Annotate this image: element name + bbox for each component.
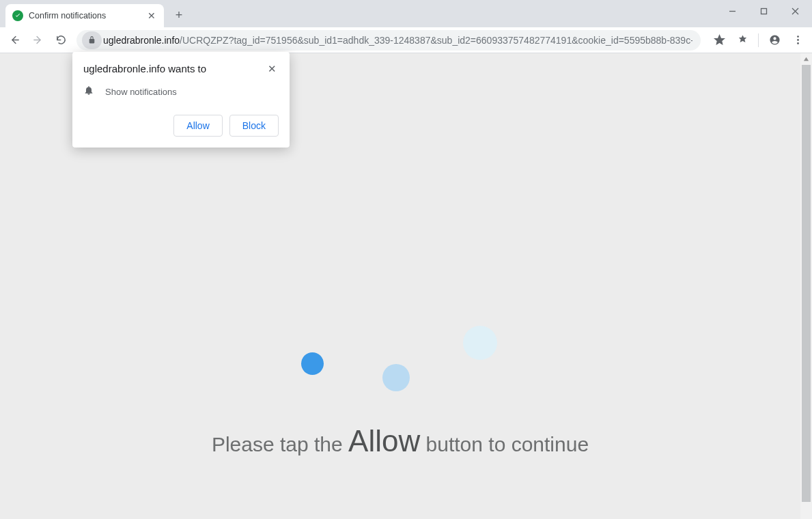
loading-dot — [463, 326, 497, 360]
close-icon[interactable]: ✕ — [266, 63, 279, 75]
block-button[interactable]: Block — [229, 115, 279, 137]
close-icon[interactable]: ✕ — [146, 10, 157, 21]
toolbar: ugledrabronle.info/UCRQZPZ?tag_id=751956… — [0, 27, 812, 53]
address-bar[interactable]: ugledrabronle.info/UCRQZPZ?tag_id=751956… — [76, 30, 701, 51]
permission-request-text: Show notifications — [105, 87, 177, 97]
svg-point-9 — [797, 42, 799, 44]
maximize-button[interactable] — [748, 0, 779, 22]
svg-rect-1 — [761, 8, 766, 14]
svg-point-8 — [797, 39, 799, 41]
menu-icon[interactable] — [787, 30, 808, 51]
loading-dot — [382, 364, 410, 391]
new-tab-button[interactable]: + — [169, 5, 188, 25]
scroll-thumb[interactable] — [802, 65, 811, 502]
svg-marker-10 — [804, 57, 809, 61]
tab-title: Confirm notifications — [29, 11, 141, 20]
reload-button[interactable] — [51, 30, 71, 51]
svg-point-7 — [797, 36, 799, 38]
scrollbar[interactable] — [800, 53, 812, 519]
allow-button[interactable]: Allow — [173, 115, 222, 137]
check-circle-icon — [12, 10, 23, 21]
url-domain: ugledrabronle.info — [103, 35, 180, 46]
toolbar-divider — [758, 33, 759, 47]
window-close-button[interactable] — [779, 0, 811, 22]
url-path: /UCRQZPZ?tag_id=751956&sub_id1=adhdk_339… — [180, 35, 692, 46]
popup-title: ugledrabronle.info wants to — [83, 63, 266, 74]
loading-dot — [301, 352, 324, 375]
profile-icon[interactable] — [764, 30, 785, 51]
scroll-up-icon[interactable] — [800, 53, 812, 65]
prompt-text: Please tap the Allow button to continue — [0, 424, 800, 458]
plus-icon: + — [176, 8, 183, 23]
bell-icon — [83, 85, 94, 98]
bookmark-star-icon[interactable] — [709, 30, 729, 51]
browser-tab[interactable]: Confirm notifications ✕ — [5, 4, 164, 27]
url-text: ugledrabronle.info/UCRQZPZ?tag_id=751956… — [103, 35, 692, 46]
lock-icon[interactable] — [82, 31, 102, 49]
minimize-button[interactable] — [716, 0, 748, 22]
prompt-pre: Please tap the — [212, 433, 348, 455]
notification-permission-popup: ugledrabronle.info wants to ✕ Show notif… — [72, 52, 290, 148]
back-button[interactable] — [4, 30, 25, 51]
forward-button[interactable] — [27, 30, 48, 51]
title-bar: Confirm notifications ✕ + — [0, 0, 812, 27]
extension-icon[interactable] — [732, 30, 753, 51]
svg-marker-6 — [714, 35, 724, 44]
prompt-post: button to continue — [420, 433, 589, 455]
prompt-emphasis: Allow — [348, 424, 420, 458]
window-controls — [716, 0, 811, 22]
